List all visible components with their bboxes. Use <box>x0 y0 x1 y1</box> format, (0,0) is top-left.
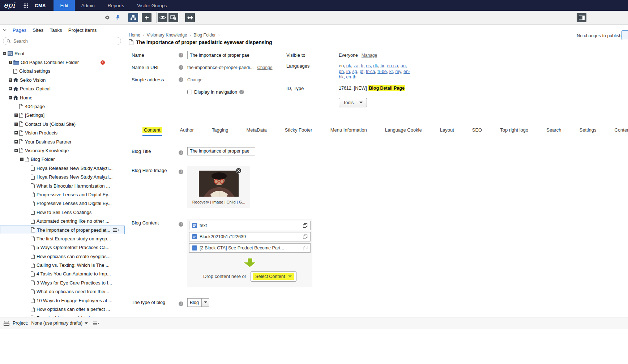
language-link-my[interactable]: my <box>395 69 401 74</box>
tree-item-visionary-knowledge[interactable]: −Visionary Knowledge <box>0 146 125 155</box>
language-link-in[interactable]: in <box>346 69 350 74</box>
preview-mode-button[interactable] <box>168 13 178 22</box>
tree-item-how-opticians-can-offer-a-perfect[interactable]: How opticians can offer a perfect ... <box>0 305 125 313</box>
tree-item-root[interactable]: −Root <box>0 49 125 58</box>
language-link-za[interactable]: za <box>354 63 358 68</box>
tree-expander-plus-icon[interactable]: + <box>9 78 12 82</box>
tree-item-how-to-sell-lens-coatings[interactable]: How to Sell Lens Coatings <box>0 208 125 217</box>
tree-expander-plus-icon[interactable]: + <box>14 140 18 144</box>
pin-icon[interactable] <box>116 15 120 20</box>
copy-icon[interactable] <box>303 234 308 239</box>
info-icon[interactable] <box>179 65 183 70</box>
content-block-block20210517122639[interactable]: Block20210517122639 <box>189 232 311 241</box>
tree-item-what-is-binocular-harmonization[interactable]: What is Binocular Harmonization ... <box>0 181 125 190</box>
tab-content[interactable]: Content <box>615 127 628 136</box>
language-link-ph[interactable]: ph <box>339 69 344 74</box>
tree-expander-minus-icon[interactable]: − <box>14 149 18 152</box>
tree-item-pentax-optical[interactable]: +Pentax Optical <box>0 85 125 93</box>
tree-item-3-ways-for-eye-care-practices-to-i[interactable]: 3 Ways for Eye Care Practices to I... <box>0 278 125 287</box>
tree-item-progressive-lenses-and-digital-ey[interactable]: Progressive Lenses and Digital Ey... <box>0 199 125 208</box>
tree-item-hoya-releases-new-study-analyzi[interactable]: Hoya Releases New Study Analyzi... <box>0 172 125 181</box>
language-link-sg[interactable]: sg <box>353 69 357 74</box>
tree-expander-plus-icon[interactable]: + <box>14 114 18 117</box>
change-simple-address-link[interactable]: Change <box>187 77 202 82</box>
topbar-tab-reports[interactable]: Reports <box>101 0 131 11</box>
tab-search[interactable]: Search <box>546 127 561 136</box>
blog-title-input[interactable] <box>187 147 255 155</box>
tab-tagging[interactable]: Tagging <box>212 127 228 136</box>
page-tree-button[interactable] <box>128 13 138 22</box>
tree-item-10-ways-to-engage-employees-at[interactable]: 10 Ways to Engage Employees at ... <box>0 296 125 305</box>
info-icon[interactable] <box>179 77 183 82</box>
tree-expander-minus-icon[interactable]: − <box>20 158 24 161</box>
project-selector[interactable]: None (use primary drafts) <box>31 321 88 326</box>
add-button[interactable] <box>142 13 151 22</box>
language-link-kr[interactable]: kr <box>389 69 393 74</box>
info-icon[interactable] <box>179 53 183 57</box>
breadcrumb-link-home[interactable]: Home <box>129 33 140 38</box>
tab-author[interactable]: Author <box>180 127 194 136</box>
tree-item-blog-folder[interactable]: −Blog Folder <box>0 155 125 164</box>
tab-metadata[interactable]: MetaData <box>246 127 266 136</box>
tree-item-what-do-opticians-need-from-thei[interactable]: What do opticians need from thei... <box>0 287 125 296</box>
tab-menu-information[interactable]: Menu Information <box>330 127 367 136</box>
tree-item-how-opticians-can-create-eyeglas[interactable]: How opticians can create eyeglas... <box>0 252 125 261</box>
tree-item-vision-products[interactable]: +Vision Products <box>0 129 125 137</box>
tree-expander-minus-icon[interactable]: − <box>9 96 12 99</box>
language-link-fr-ca[interactable]: fr-ca <box>366 69 375 74</box>
sidebar-tab-pages[interactable]: Pages <box>13 27 26 33</box>
language-link-es[interactable]: es <box>366 63 371 68</box>
topbar-tab-visitor-groups[interactable]: Visitor Groups <box>131 0 173 11</box>
blog-type-value[interactable]: Blog <box>187 298 202 307</box>
language-link-pt[interactable]: pt <box>360 69 363 74</box>
tree-item-hoya-releases-new-study-analyzi[interactable]: Hoya Releases New Study Analyzi... <box>0 164 125 172</box>
manage-link[interactable]: Manage <box>362 53 377 58</box>
settings-gear-icon[interactable] <box>104 15 110 20</box>
tree-expander-plus-icon[interactable]: + <box>14 123 18 126</box>
language-link-uk[interactable]: uk <box>346 63 351 68</box>
tree-item-female-drivers-on-vision-issues[interactable]: Female drivers on vision issues - <box>0 314 125 317</box>
language-link-en-ca[interactable]: en-ca <box>387 63 398 68</box>
select-content-button[interactable]: Select Content <box>251 271 296 282</box>
remove-image-icon[interactable] <box>236 168 242 175</box>
apps-grid-icon[interactable] <box>20 0 32 11</box>
fullscreen-button[interactable] <box>185 13 195 22</box>
tree-item-progressive-lenses-and-digital-ey[interactable]: Progressive Lenses and Digital Ey... <box>0 190 125 199</box>
topbar-tab-edit[interactable]: Edit <box>54 0 74 11</box>
sidebar-tab-tasks[interactable]: Tasks <box>50 27 62 33</box>
toggle-assets-pane-button[interactable] <box>577 13 586 22</box>
tree-item-automated-centring-like-no-other[interactable]: Automated centring like no other ... <box>0 217 125 225</box>
chevron-down-icon[interactable] <box>3 29 7 31</box>
info-icon[interactable] <box>179 170 183 174</box>
tab-seo[interactable]: SEO <box>472 127 482 136</box>
tree-item-calling-vs-texting-which-is-the[interactable]: Calling vs. Texting: Which Is The ... <box>0 261 125 269</box>
tree-expander-plus-icon[interactable]: + <box>9 61 12 64</box>
topbar-tab-admin[interactable]: Admin <box>75 0 101 11</box>
publish-options-button[interactable] <box>621 30 628 40</box>
info-icon[interactable] <box>179 222 183 227</box>
tree-item-the-first-european-study-on-myop[interactable]: The first European study on myop... <box>0 234 125 243</box>
language-link-dk[interactable]: dk <box>373 63 378 68</box>
language-link-en-th[interactable]: en-th <box>346 74 356 80</box>
change-url-link[interactable]: Change <box>257 65 272 70</box>
tab-top-right-logo[interactable]: Top right logo <box>500 127 528 136</box>
tree-item-5-ways-optometrist-practices-ca[interactable]: 5 Ways Optometrist Practices Ca... <box>0 243 125 252</box>
language-link-fr-be[interactable]: fr-be <box>377 69 387 74</box>
copy-icon[interactable] <box>303 245 308 250</box>
copy-icon[interactable] <box>303 223 308 228</box>
tab-layout[interactable]: Layout <box>440 127 454 136</box>
info-icon[interactable] <box>179 150 183 155</box>
tree-expander-minus-icon[interactable]: − <box>3 52 6 55</box>
tree-item-old-pages-container-folder[interactable]: +Old Pages Container Folder <box>0 58 125 67</box>
tab-sticky-footer[interactable]: Sticky Footer <box>285 127 312 136</box>
tree-item-404-page[interactable]: 404-page <box>0 102 125 111</box>
tree-item-home[interactable]: −Home <box>0 93 125 102</box>
combo-caret-button[interactable] <box>202 298 209 307</box>
tree-item-4-tasks-you-can-automate-to-imp[interactable]: 4 Tasks You Can Automate to Imp... <box>0 270 125 278</box>
tree-item-settings[interactable]: +[Settings] <box>0 111 125 120</box>
info-icon[interactable] <box>179 301 183 306</box>
tab-language-cookie[interactable]: Language Cookie <box>385 127 422 136</box>
tree-item-contact-us-global-site[interactable]: +Contact Us (Global Site) <box>0 120 125 128</box>
tree-item-the-importance-of-proper-paediat[interactable]: The importance of proper paediat... <box>0 226 125 234</box>
sidebar-tab-sites[interactable]: Sites <box>33 27 43 33</box>
